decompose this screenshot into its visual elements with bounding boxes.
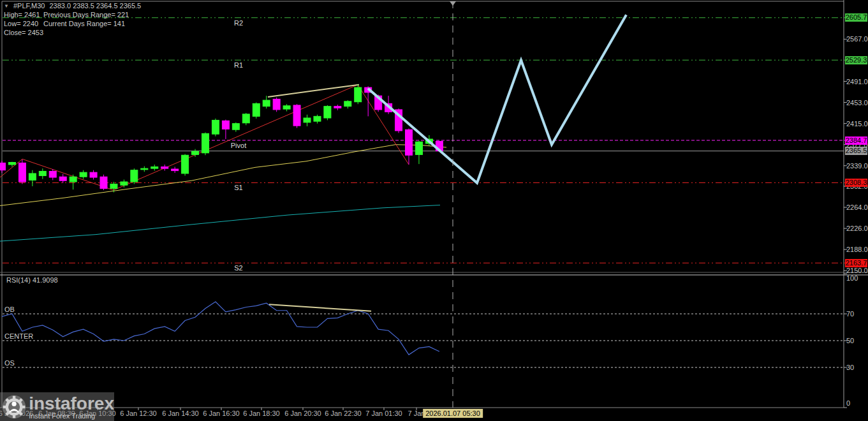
candle-body bbox=[324, 107, 331, 118]
candle-body bbox=[304, 118, 311, 122]
candle-body bbox=[110, 184, 117, 188]
info-row-close: Close= 2453 bbox=[4, 29, 141, 37]
candle-body bbox=[18, 163, 26, 182]
close-value: Close= 2453 bbox=[4, 29, 43, 36]
current-time-badge: 2026.01.07 05:30 bbox=[423, 409, 483, 418]
candle-body bbox=[49, 171, 56, 177]
candle-body bbox=[415, 142, 422, 154]
watermark-brand: instaforex bbox=[29, 395, 114, 412]
high-value: High= 2461 bbox=[4, 11, 40, 18]
candle-body bbox=[29, 174, 36, 180]
watermark-text: instaforex Instant Forex Trading bbox=[29, 395, 114, 420]
forecast-line bbox=[368, 15, 626, 183]
candle-body bbox=[192, 151, 199, 154]
candle-body bbox=[202, 133, 209, 152]
info-row-high: High= 2461 Previous Days Range= 221 bbox=[4, 11, 141, 19]
candle-body bbox=[334, 107, 341, 108]
candle-body bbox=[80, 172, 87, 177]
candle-body bbox=[293, 105, 300, 126]
candle-body bbox=[0, 163, 6, 170]
rsi-line bbox=[2, 302, 439, 355]
candle-body bbox=[39, 171, 46, 175]
symbol-title-line: ▼ #PLF,M30 2383.0 2383.5 2364.5 2365.5 bbox=[4, 2, 141, 10]
info-row-low: Low= 2240 Current Days Range= 141 bbox=[4, 20, 141, 28]
ohlc-readout: 2383.0 2383.5 2364.5 2365.5 bbox=[49, 2, 141, 10]
candle-body bbox=[355, 87, 362, 102]
prev-range-value: Previous Days Range= 221 bbox=[43, 11, 129, 19]
trading-chart-window: R2R1PivotS1S2OBCENTEROS2567.02491.02453.… bbox=[0, 0, 868, 421]
candle-body bbox=[222, 121, 229, 129]
candle-body bbox=[182, 155, 189, 174]
ma-yellow-line bbox=[0, 145, 446, 206]
candle-body bbox=[344, 101, 351, 107]
candle-body bbox=[242, 114, 249, 123]
candle-body bbox=[172, 169, 179, 171]
candle-body bbox=[212, 120, 219, 134]
candle-body bbox=[59, 177, 66, 181]
candle-body bbox=[314, 116, 321, 121]
price-trendline bbox=[268, 85, 359, 97]
candle-body bbox=[253, 103, 260, 116]
candle-body bbox=[283, 106, 290, 109]
ma-cyan-line bbox=[0, 205, 440, 242]
candle-body bbox=[121, 182, 128, 185]
candle-body bbox=[263, 100, 270, 107]
current-time-marker-icon bbox=[450, 1, 456, 6]
candle-body bbox=[100, 177, 107, 188]
rsi-indicator-label: RSI(14) 41.9098 bbox=[6, 276, 58, 284]
low-value: Low= 2240 bbox=[4, 20, 38, 27]
candle-body bbox=[70, 177, 77, 182]
candle-body bbox=[141, 168, 148, 170]
candle-body bbox=[161, 167, 168, 169]
symbol-info-panel: ▼ #PLF,M30 2383.0 2383.5 2364.5 2365.5 H… bbox=[4, 2, 141, 37]
chart-canvas[interactable] bbox=[0, 0, 868, 421]
candle-body bbox=[232, 124, 239, 130]
candle-body bbox=[406, 129, 413, 155]
gear-icon bbox=[2, 394, 26, 420]
chevron-down-icon[interactable]: ▼ bbox=[4, 2, 9, 10]
candle-body bbox=[151, 167, 158, 169]
candle-body bbox=[8, 163, 15, 165]
instaforex-watermark: instaforex Instant Forex Trading bbox=[0, 392, 114, 421]
candle-body bbox=[90, 172, 97, 177]
symbol-name: #PLF,M30 bbox=[13, 2, 45, 10]
candle-body bbox=[273, 99, 280, 110]
candle-body bbox=[131, 170, 138, 182]
curr-range-value: Current Days Range= 141 bbox=[43, 20, 125, 28]
